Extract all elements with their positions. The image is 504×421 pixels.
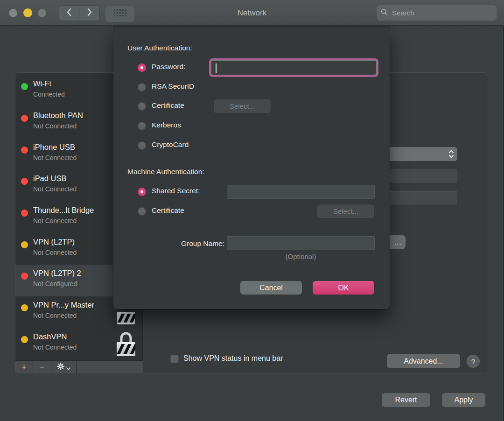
service-status: Not Connected xyxy=(33,154,77,161)
status-dot-red xyxy=(21,210,28,217)
service-status: Not Connected xyxy=(33,249,77,256)
remove-service-button[interactable]: − xyxy=(33,361,51,374)
vpn-padlock-icon xyxy=(117,329,135,358)
search-field[interactable] xyxy=(377,5,497,21)
vpn-lock-body-icon xyxy=(117,312,135,326)
network-preferences-window: Network Wi-Fi Connected Bluetooth PAN No… xyxy=(0,0,504,421)
group-name-label: Group Name: xyxy=(152,239,224,248)
cancel-button-label: Cancel xyxy=(259,284,283,292)
status-dot-green xyxy=(21,83,28,90)
select-button-label: Select... xyxy=(230,102,255,110)
question-mark-icon: ? xyxy=(471,358,475,365)
cancel-button[interactable]: Cancel xyxy=(240,281,302,295)
service-status: Not Connected xyxy=(33,217,77,225)
service-name: DashVPN xyxy=(33,332,67,341)
advanced-button[interactable]: Advanced... xyxy=(387,354,460,368)
group-name-field[interactable] xyxy=(227,236,375,250)
gear-icon xyxy=(57,362,64,372)
minus-icon: − xyxy=(39,362,44,372)
status-dot-red xyxy=(21,273,28,280)
shared-secret-radio[interactable] xyxy=(138,188,146,196)
service-name: Thunde...lt Bridge xyxy=(33,206,94,215)
password-field-focused[interactable] xyxy=(211,60,377,75)
password-input[interactable] xyxy=(215,62,373,75)
revert-button[interactable]: Revert xyxy=(382,393,430,407)
title-bar: Network xyxy=(0,0,504,26)
ok-button-label: OK xyxy=(338,284,349,292)
rsa-securid-radio-label[interactable]: RSA SecurID xyxy=(152,82,194,91)
service-status: Not Connected xyxy=(33,344,77,351)
password-radio-label[interactable]: Password: xyxy=(152,63,185,71)
status-dot-red xyxy=(21,178,28,185)
apply-button-label: Apply xyxy=(454,396,473,404)
password-radio[interactable] xyxy=(138,63,146,72)
plus-icon: + xyxy=(21,362,27,372)
group-name-input[interactable] xyxy=(230,238,373,250)
cryptocard-radio-label[interactable]: CryptoCard xyxy=(152,140,189,149)
service-name: Wi-Fi xyxy=(33,79,51,88)
text-caret xyxy=(216,63,217,73)
status-dot-red xyxy=(21,115,28,122)
cryptocard-radio[interactable] xyxy=(138,141,146,150)
status-dot-yellow xyxy=(21,304,28,311)
service-actions-button[interactable] xyxy=(51,361,77,374)
ellipsis-label: ... xyxy=(394,238,402,246)
stepper-chevrons-icon xyxy=(448,148,455,161)
ok-button[interactable]: OK xyxy=(313,281,374,295)
kerberos-radio[interactable] xyxy=(138,122,146,130)
service-name: iPad USB xyxy=(33,174,67,183)
group-name-optional-hint: (Optional) xyxy=(227,253,375,260)
search-icon xyxy=(381,8,388,17)
service-name: VPN Pr...y Master xyxy=(33,301,94,309)
machine-certificate-select-button[interactable]: Select... xyxy=(317,204,374,218)
shared-secret-radio-label[interactable]: Shared Secret: xyxy=(152,187,200,195)
help-button[interactable]: ? xyxy=(467,355,480,368)
status-dot-yellow xyxy=(21,336,28,343)
show-vpn-status-checkbox[interactable] xyxy=(170,355,179,363)
shared-secret-input[interactable] xyxy=(230,186,373,198)
service-name: VPN (L2TP) 2 xyxy=(33,269,81,278)
service-name: Bluetooth PAN xyxy=(33,111,83,120)
background-window-edge xyxy=(502,27,504,421)
chevron-down-icon xyxy=(66,362,70,372)
service-status: Not Connected xyxy=(33,122,77,130)
service-name: iPhone USB xyxy=(33,143,75,152)
service-status: Not Connected xyxy=(33,312,77,319)
machine-authentication-heading: Machine Authentication: xyxy=(127,168,204,176)
user-authentication-heading: User Authentication: xyxy=(127,44,192,52)
rsa-securid-radio[interactable] xyxy=(138,83,146,91)
user-certificate-radio-label[interactable]: Certificate xyxy=(152,101,184,110)
machine-certificate-radio-label[interactable]: Certificate xyxy=(152,206,184,215)
status-dot-red xyxy=(21,147,28,154)
show-vpn-status-label[interactable]: Show VPN status in menu bar xyxy=(183,354,283,363)
user-certificate-radio[interactable] xyxy=(138,102,146,111)
status-dot-yellow xyxy=(21,241,28,248)
revert-button-label: Revert xyxy=(395,396,417,404)
select-button-label: Select... xyxy=(333,207,358,215)
search-input[interactable] xyxy=(391,8,492,17)
shared-secret-field[interactable] xyxy=(227,185,375,199)
service-name: VPN (L2TP) xyxy=(33,238,75,246)
kerberos-radio-label[interactable]: Kerberos xyxy=(152,121,181,129)
apply-button[interactable]: Apply xyxy=(442,393,485,407)
machine-certificate-radio[interactable] xyxy=(138,207,146,216)
list-item-dashvpn[interactable]: DashVPN Not Connected xyxy=(15,328,143,360)
user-certificate-select-button[interactable]: Select... xyxy=(214,99,271,113)
advanced-button-label: Advanced... xyxy=(404,357,443,365)
add-service-button[interactable]: + xyxy=(15,361,33,374)
vpn-authentication-sheet: User Authentication: Password: RSA Secur… xyxy=(113,27,390,309)
service-status: Connected xyxy=(33,91,65,98)
service-status: Not Configured xyxy=(33,280,77,288)
service-status: Not Connected xyxy=(33,185,77,193)
list-footer-bar: + − xyxy=(15,360,143,373)
